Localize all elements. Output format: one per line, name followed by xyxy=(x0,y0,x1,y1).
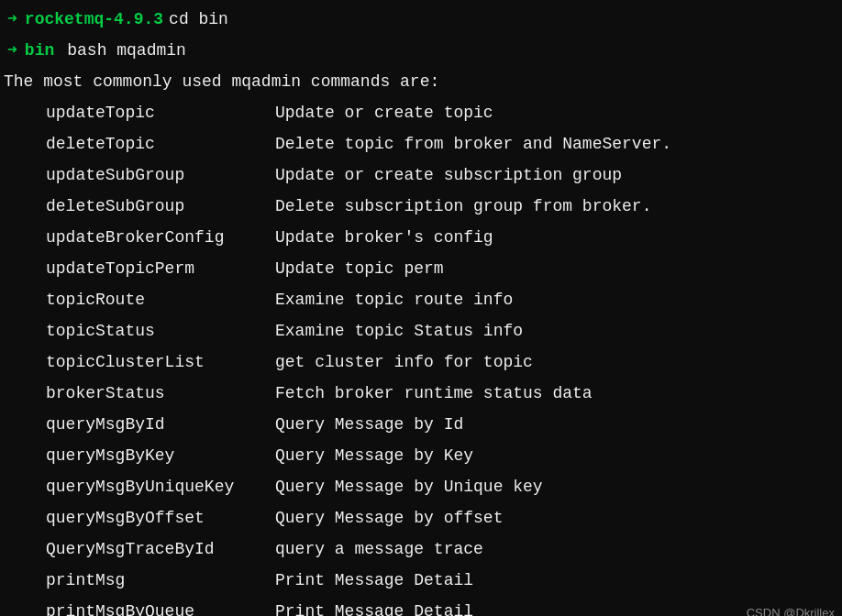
cmd-line-querymsgbyoffset: queryMsgByOffset Query Message by offset xyxy=(0,502,842,534)
cmd-desc-printmsg: Print Message Detail xyxy=(275,565,473,596)
cmd-name-brokerstatus: brokerStatus xyxy=(0,378,275,409)
cmd-line-deletesubgroup: deleteSubGroup Delete subscription group… xyxy=(0,191,842,222)
cmd-desc-topicstatus: Examine topic Status info xyxy=(275,315,523,346)
cmd-desc-querymsgbyid: Query Message by Id xyxy=(275,409,463,440)
cmd-name-printmsgbyqueue: printMsgByQueue xyxy=(0,596,275,616)
cmd-desc-updatesubgroup: Update or create subscription group xyxy=(275,160,622,191)
prompt-dir-1: rocketmq-4.9.3 xyxy=(25,4,163,35)
cmd-name-querymsgbykey: queryMsgByKey xyxy=(0,440,275,471)
cmd-desc-updatetopic: Update or create topic xyxy=(275,97,493,128)
cmd-desc-updatetopicperm: Update topic perm xyxy=(275,253,444,284)
prompt-line-2: ➜ bin bash mqadmin xyxy=(0,35,842,66)
cmd-line-brokerstatus: brokerStatus Fetch broker runtime status… xyxy=(0,378,842,409)
cmd-desc-querymsgbykey: Query Message by Key xyxy=(275,440,473,471)
cmd-desc-topicroute: Examine topic route info xyxy=(275,284,513,315)
cmd-name-topicroute: topicRoute xyxy=(0,284,275,315)
arrow-icon-2: ➜ xyxy=(4,35,17,66)
cmd-line-deletetopic: deleteTopic Delete topic from broker and… xyxy=(0,128,842,160)
cmd-desc-querymsgbyoffset: Query Message by offset xyxy=(275,502,503,534)
cmd-line-topicroute: topicRoute Examine topic route info xyxy=(0,284,842,315)
cmd-name-querymsgbyid: queryMsgById xyxy=(0,409,275,440)
cmd-name-deletesubgroup: deleteSubGroup xyxy=(0,191,275,222)
cmd-line-updatebrokerconfig: updateBrokerConfig Update broker's confi… xyxy=(0,222,842,253)
prompt-cmd-2: bash mqadmin xyxy=(67,35,186,66)
cmd-line-updatetopicperm: updateTopicPerm Update topic perm xyxy=(0,253,842,284)
cmd-name-deletetopic: deleteTopic xyxy=(0,128,275,160)
prompt-bin-2: bin xyxy=(25,35,54,66)
cmd-name-updatetopicperm: updateTopicPerm xyxy=(0,253,275,284)
cmd-name-topicclusterlist: topicClusterList xyxy=(0,346,275,378)
cmd-name-updatetopic: updateTopic xyxy=(0,97,275,128)
cmd-desc-querymsgtraceid: query a message trace xyxy=(275,534,483,565)
cmd-line-updatesubgroup: updateSubGroup Update or create subscrip… xyxy=(0,160,842,191)
cmd-line-querymsgtraceid: QueryMsgTraceById query a message trace xyxy=(0,534,842,565)
cmd-line-printmsgbyqueue: printMsgByQueue Print Message Detail xyxy=(0,596,842,616)
cmd-desc-deletetopic: Delete topic from broker and NameServer. xyxy=(275,128,671,160)
arrow-icon-1: ➜ xyxy=(4,4,17,35)
cmd-line-querymsgbykey: queryMsgByKey Query Message by Key xyxy=(0,440,842,471)
cmd-line-topicclusterlist: topicClusterList get cluster info for to… xyxy=(0,346,842,378)
cmd-desc-topicclusterlist: get cluster info for topic xyxy=(275,346,533,378)
cmd-line-querymsgbyid: queryMsgById Query Message by Id xyxy=(0,409,842,440)
cmd-desc-printmsgbyqueue: Print Message Detail xyxy=(275,596,473,616)
prompt-line-1: ➜ rocketmq-4.9.3 cd bin xyxy=(0,4,842,35)
info-line: The most commonly used mqadmin commands … xyxy=(0,66,842,97)
cmd-name-querymsgbyoffset: queryMsgByOffset xyxy=(0,502,275,534)
cmd-name-printmsg: printMsg xyxy=(0,565,275,596)
cmd-name-querymsgtraceid: QueryMsgTraceById xyxy=(0,534,275,565)
cmd-name-updatesubgroup: updateSubGroup xyxy=(0,160,275,191)
cmd-name-topicstatus: topicStatus xyxy=(0,315,275,346)
cmd-line-updatetopic: updateTopic Update or create topic xyxy=(0,97,842,128)
terminal-window: ➜ rocketmq-4.9.3 cd bin ➜ bin bash mqadm… xyxy=(0,0,842,616)
cmd-desc-querymsgbyuniquekey: Query Message by Unique key xyxy=(275,471,543,502)
cmd-desc-brokerstatus: Fetch broker runtime status data xyxy=(275,378,593,409)
prompt-cmd-1: cd bin xyxy=(169,4,228,35)
cmd-desc-deletesubgroup: Delete subscription group from broker. xyxy=(275,191,651,222)
cmd-name-querymsgbyuniquekey: queryMsgByUniqueKey xyxy=(0,471,275,502)
cmd-desc-updatebrokerconfig: Update broker's config xyxy=(275,222,493,253)
cmd-line-printmsg: printMsg Print Message Detail xyxy=(0,565,842,596)
cmd-line-topicstatus: topicStatus Examine topic Status info xyxy=(0,315,842,346)
watermark: CSDN @Dkrillex xyxy=(747,606,835,616)
cmd-line-querymsgbyuniquekey: queryMsgByUniqueKey Query Message by Uni… xyxy=(0,471,842,502)
cmd-name-updatebrokerconfig: updateBrokerConfig xyxy=(0,222,275,253)
